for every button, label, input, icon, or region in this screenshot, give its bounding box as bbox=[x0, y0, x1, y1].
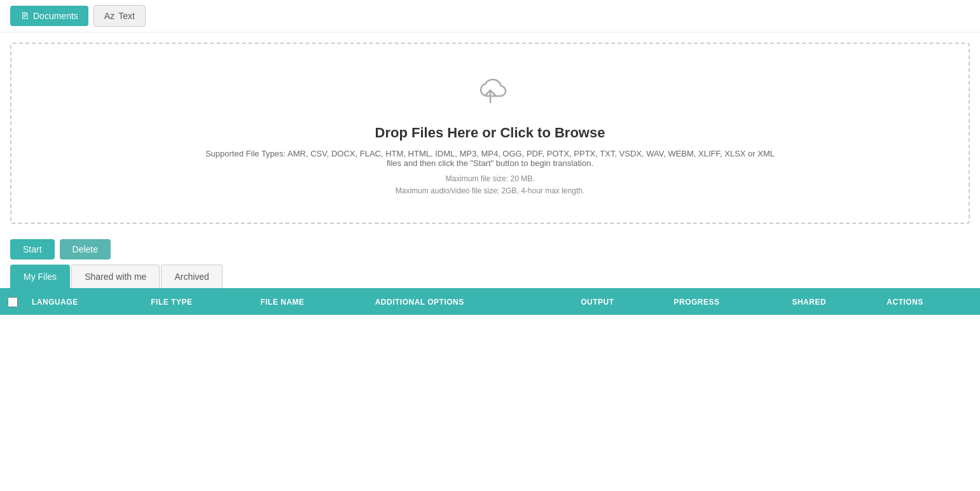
table-header-row: LANGUAGE FILE TYPE FILE NAME ADDITIONAL … bbox=[0, 289, 980, 315]
table-header: LANGUAGE FILE TYPE FILE NAME ADDITIONAL … bbox=[0, 289, 980, 315]
tab-archived-label: Archived bbox=[174, 272, 209, 282]
col-actions: ACTIONS bbox=[880, 289, 980, 315]
select-all-checkbox[interactable] bbox=[8, 297, 18, 307]
drop-title: Drop Files Here or Click to Browse bbox=[24, 125, 956, 141]
start-button[interactable]: Start bbox=[10, 239, 55, 259]
delete-button[interactable]: Delete bbox=[60, 239, 111, 259]
tab-shared-with-me[interactable]: Shared with me bbox=[71, 265, 160, 288]
file-table: LANGUAGE FILE TYPE FILE NAME ADDITIONAL … bbox=[0, 289, 980, 315]
top-bar: 🖹 Documents Az Text bbox=[0, 0, 980, 32]
max-audio: Maximum audio/video file size: 2GB, 4-ho… bbox=[24, 185, 956, 197]
documents-button[interactable]: 🖹 Documents bbox=[10, 6, 88, 26]
col-file-type: FILE TYPE bbox=[144, 289, 254, 315]
cloud-upload-icon bbox=[24, 69, 956, 117]
col-additional-options: ADDITIONAL OPTIONS bbox=[369, 289, 575, 315]
tab-my-files[interactable]: My Files bbox=[10, 265, 70, 288]
documents-label: Documents bbox=[33, 11, 78, 21]
max-file-size: Maximum file size: 20 MB. bbox=[24, 173, 956, 185]
drop-limits: Maximum file size: 20 MB. Maximum audio/… bbox=[24, 173, 956, 197]
col-checkbox bbox=[0, 289, 25, 315]
tab-archived[interactable]: Archived bbox=[161, 265, 222, 288]
drop-zone[interactable]: Drop Files Here or Click to Browse Suppo… bbox=[10, 43, 970, 224]
translate-icon: Az bbox=[104, 11, 114, 21]
col-progress: PROGRESS bbox=[667, 289, 785, 315]
col-language: LANGUAGE bbox=[25, 289, 144, 315]
document-icon: 🖹 bbox=[20, 11, 29, 21]
tab-my-files-label: My Files bbox=[24, 272, 57, 282]
col-file-name: FILE NAME bbox=[254, 289, 368, 315]
file-table-container: LANGUAGE FILE TYPE FILE NAME ADDITIONAL … bbox=[0, 289, 980, 315]
col-output: OUTPUT bbox=[574, 289, 667, 315]
tab-shared-with-me-label: Shared with me bbox=[85, 272, 146, 282]
text-button[interactable]: Az Text bbox=[93, 5, 146, 27]
action-bar: Start Delete bbox=[0, 234, 980, 265]
tabs-container: My Files Shared with me Archived bbox=[0, 265, 980, 289]
drop-subtitle: Supported File Types: AMR, CSV, DOCX, FL… bbox=[204, 149, 776, 168]
col-shared: SHARED bbox=[785, 289, 880, 315]
text-label: Text bbox=[118, 11, 135, 21]
